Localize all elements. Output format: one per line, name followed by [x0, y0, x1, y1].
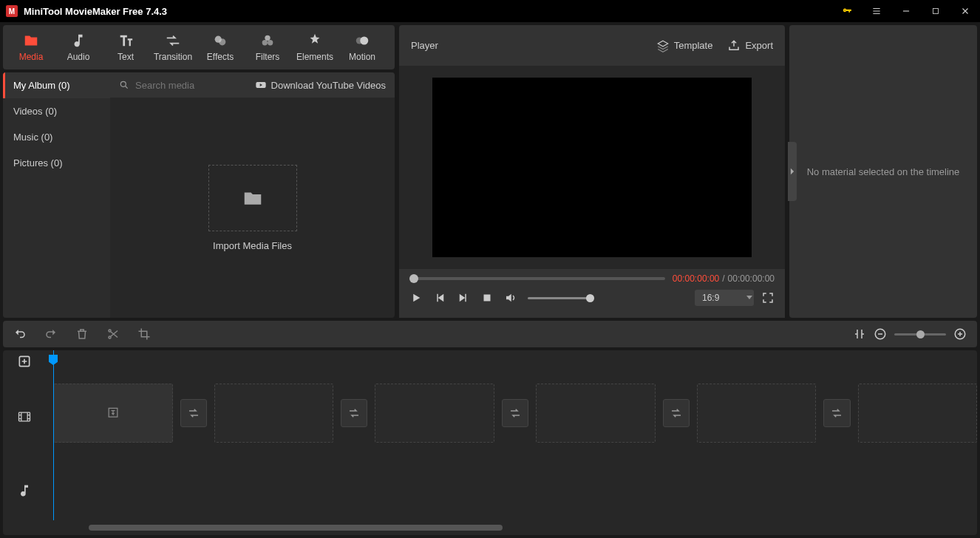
- transition-slot[interactable]: [663, 399, 690, 427]
- stop-button[interactable]: [480, 291, 494, 304]
- fullscreen-button[interactable]: [761, 291, 775, 304]
- player-panel: Player Template Export 00:00:00:00 / 00:…: [399, 25, 785, 318]
- timeline-body[interactable]: [46, 350, 977, 535]
- time-separator: /: [722, 273, 724, 284]
- import-media-label: Import Media Files: [213, 240, 292, 251]
- minimize-button[interactable]: [891, 0, 921, 22]
- template-label: Template: [674, 40, 713, 51]
- volume-button[interactable]: [504, 291, 517, 304]
- left-panel: Media Audio Text Transition Effects Filt…: [3, 25, 395, 318]
- close-button[interactable]: [950, 0, 980, 22]
- timeline-scrollbar[interactable]: [89, 525, 974, 532]
- zoom-in-button[interactable]: [953, 327, 967, 341]
- tab-audio[interactable]: Audio: [55, 25, 102, 69]
- play-button[interactable]: [409, 291, 423, 304]
- clip-slot[interactable]: [536, 384, 656, 443]
- collapse-right-button[interactable]: [788, 142, 797, 201]
- template-icon: [656, 39, 670, 52]
- main-tabs: Media Audio Text Transition Effects Filt…: [3, 25, 395, 69]
- download-clip-icon: [106, 406, 120, 420]
- no-selection-message: No material selected on the timeline: [807, 166, 960, 177]
- zoom-out-button[interactable]: [874, 327, 887, 341]
- progress-row: 00:00:00:00 / 00:00:00:00: [409, 273, 775, 284]
- zoom-group: [853, 327, 967, 341]
- video-track: [46, 380, 977, 446]
- tab-media-label: Media: [19, 52, 44, 62]
- export-label: Export: [745, 40, 773, 51]
- search-wrap: [119, 79, 249, 92]
- media-content: Download YouTube Videos Import Media Fil…: [110, 72, 395, 318]
- svg-point-11: [109, 330, 111, 332]
- tab-effects[interactable]: Effects: [197, 25, 244, 69]
- import-area: Import Media Files: [110, 98, 395, 318]
- player-preview-area: [399, 66, 785, 269]
- properties-panel: No material selected on the timeline: [789, 25, 977, 318]
- search-input[interactable]: [134, 79, 237, 92]
- delete-button[interactable]: [75, 327, 89, 341]
- redo-button[interactable]: [44, 327, 58, 341]
- aspect-wrap: 16:9: [695, 290, 775, 306]
- time-current: 00:00:00:00: [673, 273, 719, 284]
- next-frame-button[interactable]: [457, 291, 470, 304]
- clip-slot[interactable]: [375, 384, 494, 443]
- maximize-button[interactable]: [921, 0, 950, 22]
- tab-media[interactable]: Media: [7, 25, 55, 69]
- sidebar-item-pictures[interactable]: Pictures (0): [3, 150, 110, 176]
- download-youtube-label: Download YouTube Videos: [271, 80, 386, 91]
- menu-icon[interactable]: [862, 0, 891, 22]
- prev-frame-button[interactable]: [433, 291, 446, 304]
- import-media-button[interactable]: [208, 165, 297, 231]
- tab-elements[interactable]: Elements: [291, 25, 338, 69]
- crop-button[interactable]: [137, 327, 151, 341]
- add-track-button[interactable]: [3, 350, 46, 372]
- sidebar-item-videos[interactable]: Videos (0): [3, 98, 110, 124]
- transition-slot[interactable]: [823, 399, 850, 427]
- chevron-right-icon: [789, 168, 795, 175]
- video-track-header[interactable]: [3, 372, 46, 461]
- split-button[interactable]: [106, 327, 120, 341]
- tab-filters-label: Filters: [256, 52, 280, 62]
- sidebar-item-myalbum[interactable]: My Album (0): [3, 72, 110, 98]
- svg-point-4: [262, 40, 268, 45]
- undo-button[interactable]: [13, 327, 27, 341]
- audio-track-header[interactable]: [3, 461, 46, 520]
- svg-rect-0: [933, 9, 939, 14]
- tab-elements-label: Elements: [296, 52, 333, 62]
- main-row: Media Audio Text Transition Effects Filt…: [0, 22, 980, 318]
- export-button[interactable]: Export: [727, 39, 773, 52]
- search-icon: [119, 80, 129, 90]
- clip-slot[interactable]: [214, 384, 334, 443]
- progress-slider[interactable]: [409, 277, 665, 280]
- svg-rect-10: [484, 295, 491, 302]
- tab-transition-label: Transition: [154, 52, 192, 62]
- key-icon[interactable]: [832, 0, 862, 22]
- tab-filters[interactable]: Filters: [244, 25, 291, 69]
- tab-text[interactable]: Text: [102, 25, 149, 69]
- transition-slot[interactable]: [502, 399, 528, 427]
- svg-point-7: [356, 37, 363, 44]
- timeline-toolbar: [3, 321, 977, 347]
- svg-point-2: [219, 38, 225, 45]
- tab-audio-label: Audio: [67, 52, 90, 62]
- template-button[interactable]: Template: [656, 39, 713, 52]
- aspect-ratio-select[interactable]: 16:9: [695, 290, 754, 306]
- tab-motion[interactable]: Motion: [338, 25, 386, 69]
- sidebar-item-music[interactable]: Music (0): [3, 124, 110, 150]
- app-title: MiniTool MovieMaker Free 7.4.3: [24, 6, 832, 17]
- clip-slot[interactable]: [858, 384, 977, 443]
- tab-transition[interactable]: Transition: [149, 25, 197, 69]
- player-title: Player: [411, 40, 642, 51]
- zoom-slider[interactable]: [894, 333, 946, 336]
- clip-slot[interactable]: [697, 384, 817, 443]
- transition-slot[interactable]: [180, 399, 207, 427]
- clip-slot[interactable]: [53, 384, 173, 443]
- download-youtube-link[interactable]: Download YouTube Videos: [255, 79, 386, 91]
- media-sidebar: My Album (0) Videos (0) Music (0) Pictur…: [3, 72, 110, 318]
- volume-slider[interactable]: [528, 297, 594, 299]
- time-total: 00:00:00:00: [728, 273, 775, 284]
- video-preview: [432, 78, 752, 257]
- auto-fit-button[interactable]: [853, 327, 866, 341]
- media-body: My Album (0) Videos (0) Music (0) Pictur…: [3, 72, 395, 318]
- transition-slot[interactable]: [341, 399, 367, 427]
- playhead[interactable]: [53, 350, 54, 520]
